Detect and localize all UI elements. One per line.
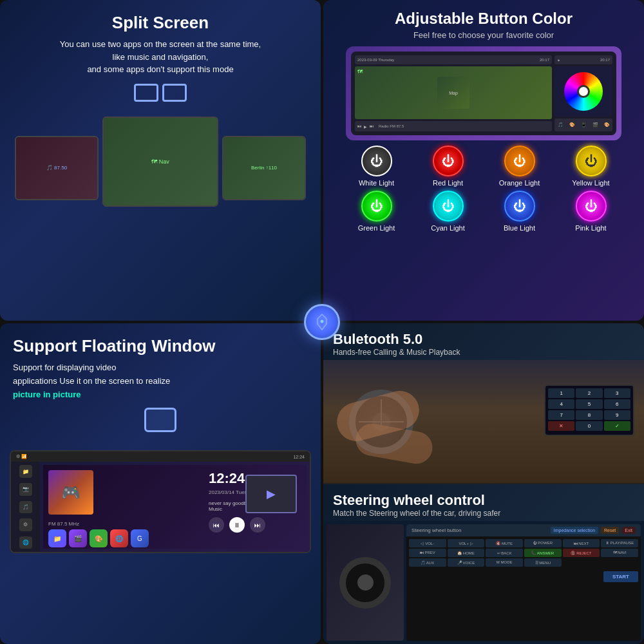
orange-light-btn[interactable]: ⏻ Orange Light — [486, 146, 553, 187]
sw-btn-volu[interactable]: VOL+ ▷ — [448, 539, 485, 547]
screen-main: 🗺 Nav — [102, 117, 218, 207]
sw-btn-back[interactable]: ↩ BACK — [486, 549, 523, 557]
green-light-btn[interactable]: ⏻ Green Light — [343, 191, 410, 232]
sw-content: Steering wheel button Impedance selectio… — [323, 521, 644, 644]
prev-btn[interactable]: ⏮ — [209, 517, 224, 533]
sw-btn-menu[interactable]: ☰ MENU — [524, 558, 562, 567]
button-color-title: Adjustable Button Color — [333, 10, 634, 28]
button-color-panel: Adjustable Button Color Feel free to cho… — [323, 0, 644, 321]
sw-btn-next[interactable]: ⏮ NEXT — [563, 539, 600, 547]
split-screen-desc: You can use two apps on the screen at th… — [10, 38, 311, 76]
key-2: 2 — [576, 388, 602, 398]
speaker-icon: 🔊 — [559, 435, 566, 436]
bluetooth-section: Buletooth 5.0 Hands-free Calling & Music… — [323, 323, 644, 483]
sw-btn-play[interactable]: ⏸ PLAY/PAUSE — [601, 539, 638, 547]
sw-btn-navi[interactable]: 🗺 NAVI — [601, 549, 638, 557]
logo-icon — [312, 312, 332, 332]
device-bottom-nav: 🎵 🎨 📱 🎬 🎨 — [554, 118, 612, 131]
sw-btn-grid: ◁ VOL- VOL+ ▷ 🔇 MUTE ⏻ POWER ⏮ NEXT ⏸ PL… — [406, 536, 641, 569]
sw-btn-mute[interactable]: 🔇 MUTE — [486, 539, 523, 547]
key-0: 0 — [576, 421, 602, 431]
sw-btn-aux[interactable]: 🎵 AUX — [409, 558, 446, 567]
key-6: 6 — [604, 399, 630, 409]
sw-btn-voice[interactable]: 🎤 VOICE — [448, 558, 485, 567]
white-light-btn[interactable]: ⏻ White Light — [343, 146, 410, 187]
floating-window-panel: Support Floating Window Support for disp… — [0, 323, 321, 644]
device-screen: 2023-03-09 Thursday 20:17 🗺 Map ⏮▶⏭ Radi… — [351, 52, 616, 135]
bluetooth-content: Buletooth 5.0 Hands-free Calling & Music… — [323, 323, 644, 483]
split-box-left — [134, 84, 158, 102]
cyan-light-btn[interactable]: ⏻ Cyan Light — [414, 191, 482, 232]
device-map-area: 🗺 Map — [355, 66, 552, 119]
floating-window-overlay: ▶ — [245, 475, 297, 513]
sw-btn-vold[interactable]: ◁ VOL- — [409, 539, 446, 547]
sw-btn-mode[interactable]: M MODE — [486, 558, 523, 567]
key-call: ✓ — [604, 421, 630, 431]
floating-highlight: picture in picture — [13, 390, 80, 399]
steering-section: Steering wheel control Match the Steerin… — [323, 483, 644, 644]
bt-header: Buletooth 5.0 Hands-free Calling & Music… — [323, 323, 644, 360]
green-light-label: Green Light — [358, 224, 395, 232]
pink-light-icon: ⏻ — [576, 191, 607, 222]
center-logo — [304, 304, 340, 340]
sw-header: Steering wheel control Match the Steerin… — [323, 484, 644, 521]
white-light-icon: ⏻ — [361, 146, 392, 176]
reset-btn[interactable]: Reset — [601, 527, 619, 534]
cyan-light-icon: ⏻ — [433, 191, 464, 222]
green-light-icon: ⏻ — [361, 191, 392, 222]
exit-btn[interactable]: Exit — [621, 527, 636, 534]
blue-light-icon: ⏻ — [504, 191, 535, 222]
sw-controls-title: Steering wheel button — [412, 527, 461, 533]
sidebar-icon-4: ⚙ — [19, 518, 32, 531]
tablet-time: 12:24 — [293, 455, 305, 459]
float-icon-container — [13, 408, 308, 432]
sw-btn-home[interactable]: 🏠 HOME — [448, 549, 485, 557]
sw-title: Steering wheel control — [333, 492, 634, 509]
sw-action-btns: Impedance selection Reset Exit — [551, 527, 636, 534]
blue-light-btn[interactable]: ⏻ Blue Light — [486, 191, 553, 232]
color-wheel-container — [554, 66, 612, 117]
device-mockup: 2023-03-09 Thursday 20:17 🗺 Map ⏮▶⏭ Radi… — [346, 46, 621, 140]
sw-circle-inner — [357, 574, 374, 591]
app-icon-video: 🎬 — [69, 529, 87, 547]
sw-image — [327, 524, 404, 641]
sw-btn-power[interactable]: ⏻ POWER — [524, 539, 562, 547]
key-7: 7 — [548, 410, 574, 420]
sidebar-icon-3: 🎵 — [19, 501, 32, 514]
device-right: ✦20:17 🎵 🎨 📱 🎬 🎨 — [554, 55, 612, 131]
screen-nav: Berlin ↑110 — [222, 136, 306, 200]
red-light-btn[interactable]: ⏻ Red Light — [414, 146, 482, 187]
pink-light-btn[interactable]: ⏻ Pink Light — [557, 191, 625, 232]
sw-btn-prev[interactable]: ⏭ PREV — [409, 549, 446, 557]
bt-head-unit: 1 2 3 4 5 6 7 8 9 ✕ — [544, 384, 634, 436]
fm-info: FM 87.5 MHz — [43, 520, 204, 528]
tablet-main-area: 📁 📷 🎵 ⚙ 🌐 🎮 FM 87.5 MHz 📁 🎬 — [11, 462, 310, 552]
key-3: 3 — [604, 388, 630, 398]
tablet-content-area: 🎮 FM 87.5 MHz 📁 🎬 🎨 🌐 G 12:24 — [40, 462, 310, 552]
color-wheel — [564, 72, 603, 111]
sidebar-icon-2: 📷 — [19, 483, 32, 496]
play-btn[interactable]: ⏸ — [229, 517, 245, 533]
device-right-status: ✦20:17 — [554, 55, 612, 64]
button-color-subtitle: Feel free to choose your favorite color — [333, 30, 634, 40]
mic-icon: 🎤 — [585, 435, 592, 436]
light-button-grid: ⏻ White Light ⏻ Red Light ⏻ Orange Light… — [333, 140, 634, 235]
next-btn[interactable]: ⏭ — [250, 517, 265, 533]
key-8: 8 — [576, 410, 602, 420]
device-status-bar: 2023-03-09 Thursday 20:17 — [355, 55, 552, 64]
sw-btn-reject[interactable]: 📵 REJECT — [563, 549, 600, 557]
yellow-light-icon: ⏻ — [576, 146, 607, 176]
sw-circle — [339, 557, 391, 609]
start-btn[interactable]: START — [603, 571, 638, 582]
app-icons-row: 📁 🎬 🎨 🌐 G — [43, 528, 204, 549]
orange-light-icon: ⏻ — [504, 146, 535, 176]
sw-controls: Steering wheel button Impedance selectio… — [406, 524, 641, 641]
sw-btn-answer[interactable]: 📞 ANSWER — [524, 549, 562, 557]
start-btn-row: START — [406, 569, 641, 584]
media-artwork: 🎮 — [48, 470, 93, 515]
app-icon-google: G — [131, 529, 149, 547]
float-box — [144, 408, 176, 432]
cyan-light-label: Cyan Light — [431, 224, 465, 232]
car-interior: 1 2 3 4 5 6 7 8 9 ✕ — [323, 360, 644, 483]
yellow-light-btn[interactable]: ⏻ Yellow Light — [557, 146, 625, 187]
